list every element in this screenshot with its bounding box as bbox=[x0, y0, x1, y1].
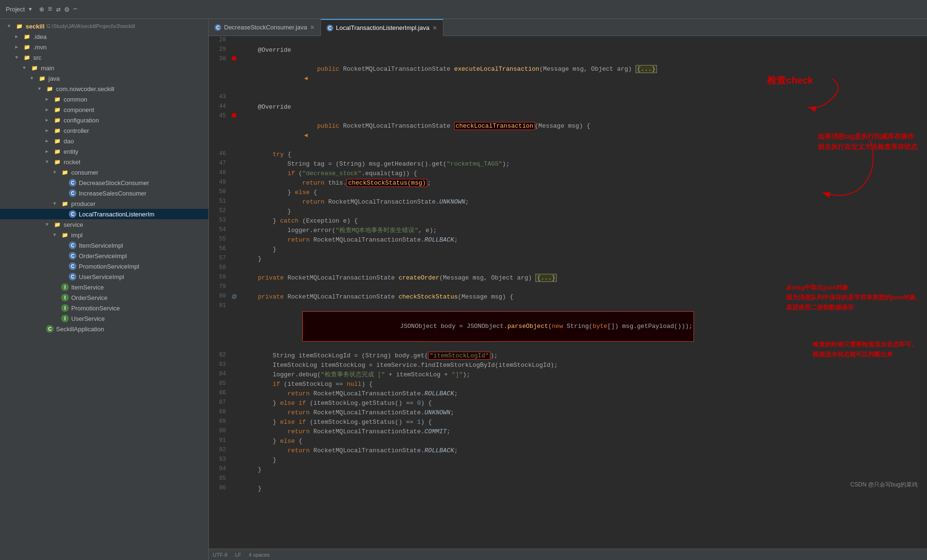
sidebar-item-mvn[interactable]: ▶ 📁 .mvn bbox=[0, 42, 208, 52]
table-row: 28 bbox=[209, 36, 927, 46]
toolbar-icon-2[interactable]: ≡ bbox=[48, 5, 53, 14]
folder-icon: 📁 bbox=[53, 137, 62, 145]
java-i-icon: I bbox=[61, 304, 69, 312]
expand-arrow: ▶ bbox=[15, 34, 23, 39]
sidebar-item-controller[interactable]: ▶ 📁 controller bbox=[0, 125, 208, 136]
toolbar-icon-3[interactable]: ⇄ bbox=[56, 5, 61, 14]
bottom-bar: UTF-8 LF 4 spaces bbox=[209, 549, 927, 560]
table-row: 59 private RocketMQLocalTransactionState… bbox=[209, 273, 927, 283]
sidebar-item-service[interactable]: ▼ 📁 service bbox=[0, 219, 208, 230]
java-c-icon: C bbox=[68, 252, 77, 260]
tab-localtransaction[interactable]: C LocalTransactionListenerImpl.java ✕ bbox=[321, 19, 443, 36]
expand-arrow: ▼ bbox=[38, 86, 46, 92]
expand-arrow: ▶ bbox=[15, 44, 23, 50]
table-row: 48 if ("decrease_stock".equals(tag)) { bbox=[209, 169, 927, 178]
exec-arrow2: ◄ bbox=[304, 132, 308, 139]
tab-icon: C bbox=[327, 24, 333, 32]
tab-bar: C DecreaseStockConsumer.java ✕ C LocalTr… bbox=[209, 19, 927, 36]
sidebar-item-orderserviceimpl[interactable]: C OrderServiceImpl bbox=[0, 251, 208, 261]
sidebar-item-itemserviceimpl[interactable]: C ItemServiceImpl bbox=[0, 240, 208, 251]
sidebar-item-orderservice[interactable]: I OrderService bbox=[0, 292, 208, 303]
table-row: 88 return RocketMQLocalTransactionState.… bbox=[209, 408, 927, 418]
sidebar-item-userserviceimpl[interactable]: C UserServiceImpl bbox=[0, 271, 208, 282]
sidebar-item-component[interactable]: ▶ 📁 component bbox=[0, 104, 208, 115]
table-row: 91 } else { bbox=[209, 437, 927, 446]
folder-icon: 📁 bbox=[23, 43, 31, 51]
sidebar-item-seckill[interactable]: ▼ 📁 seckill G:\Study\JAVA\seckillProject… bbox=[0, 21, 208, 31]
folder-icon: 📁 bbox=[53, 116, 62, 124]
sidebar-item-configuration[interactable]: ▶ 📁 configuration bbox=[0, 115, 208, 125]
table-row: 53 } catch (Exception e) { bbox=[209, 216, 927, 226]
editor-wrapper: C DecreaseStockConsumer.java ✕ C LocalTr… bbox=[209, 19, 927, 560]
java-c-icon: C bbox=[68, 241, 77, 250]
table-row: 86 return RocketMQLocalTransactionState.… bbox=[209, 389, 927, 399]
expand-arrow: ▼ bbox=[53, 201, 61, 206]
sidebar-item-promotionserviceimpl[interactable]: C PromotionServiceImpl bbox=[0, 261, 208, 271]
toolbar-icon-1[interactable]: ⊕ bbox=[39, 5, 44, 14]
java-c-icon: C bbox=[68, 262, 77, 271]
folder-icon: 📁 bbox=[23, 32, 31, 41]
breakpoint-icon bbox=[232, 56, 236, 61]
sidebar-item-main[interactable]: ▼ 📁 main bbox=[0, 63, 208, 73]
annotation-json: 从msg中取出json对象 因为消息队列中保存的是字符串类型的json对象, 底… bbox=[786, 283, 918, 312]
sidebar-item-userservice[interactable]: I UserService bbox=[0, 313, 208, 324]
table-row: 90 return RocketMQLocalTransactionState.… bbox=[209, 427, 927, 437]
editor-content[interactable]: 28 29 @Override 30 bbox=[209, 36, 927, 549]
breakpoint-icon bbox=[232, 113, 236, 118]
sidebar-item-rocket[interactable]: ▼ 📁 rocket bbox=[0, 157, 208, 167]
sidebar-item-localtransaction[interactable]: C LocalTransactionListenerIm bbox=[0, 209, 208, 219]
expand-arrow: ▶ bbox=[46, 117, 53, 123]
expand-arrow: ▼ bbox=[23, 65, 30, 71]
table-row: 52 } bbox=[209, 207, 927, 216]
tab-close-btn[interactable]: ✕ bbox=[432, 25, 437, 31]
java-c-icon: C bbox=[68, 178, 77, 187]
code-table: 28 29 @Override 30 bbox=[209, 36, 927, 494]
java-i-icon: I bbox=[61, 283, 69, 291]
expand-arrow: ▼ bbox=[30, 76, 38, 81]
table-row: 49 return this.checkStockStatus(msg); bbox=[209, 178, 927, 188]
expand-arrow: ▼ bbox=[46, 159, 53, 165]
app-icon: C bbox=[46, 325, 54, 333]
sidebar-item-entity[interactable]: ▶ 📁 entity bbox=[0, 146, 208, 157]
folder-icon: 📁 bbox=[61, 231, 69, 239]
table-row: 89 } else if (itemStockLog.getStatus() =… bbox=[209, 418, 927, 427]
sidebar-item-seckillapp[interactable]: C SeckillApplication bbox=[0, 324, 208, 334]
folder-icon: 📁 bbox=[46, 84, 54, 93]
tab-icon: C bbox=[215, 24, 221, 31]
sidebar-item-java[interactable]: ▼ 📁 java bbox=[0, 73, 208, 84]
folder-icon: 📁 bbox=[53, 95, 62, 103]
exec-arrow: ◄ bbox=[304, 75, 308, 82]
toolbar-icon-5[interactable]: − bbox=[73, 5, 78, 14]
tab-decreasestock[interactable]: C DecreaseStockConsumer.java ✕ bbox=[209, 19, 321, 36]
tab-close-btn[interactable]: ✕ bbox=[310, 24, 315, 31]
folder-icon: 📁 bbox=[61, 168, 69, 177]
toolbar-icon-4[interactable]: ⚙ bbox=[65, 5, 69, 14]
sidebar-item-src[interactable]: ▼ 📁 src bbox=[0, 52, 208, 63]
sidebar-item-consumer[interactable]: ▼ 📁 consumer bbox=[0, 167, 208, 177]
sidebar-item-dao[interactable]: ▶ 📁 dao bbox=[0, 136, 208, 146]
java-c-icon: C bbox=[68, 210, 77, 218]
sidebar-item-promotionservice[interactable]: I PromotionService bbox=[0, 303, 208, 313]
sidebar-item-idea[interactable]: ▶ 📁 .idea bbox=[0, 31, 208, 42]
main-layout: ▼ 📁 seckill G:\Study\JAVA\seckillProject… bbox=[0, 19, 927, 560]
annotation-check: 检查check bbox=[767, 74, 813, 87]
table-row: 93 } bbox=[209, 456, 927, 465]
annotation-tag: 如果消息tag是执行扣减库存操作 就去执行自定义方法检查库存状态 bbox=[818, 131, 918, 152]
dropdown-arrow[interactable]: ▼ bbox=[28, 7, 32, 12]
sidebar-item-common[interactable]: ▶ 📁 common bbox=[0, 94, 208, 104]
bottom-info: UTF-8 bbox=[213, 552, 227, 558]
sidebar-item-producer[interactable]: ▼ 📁 producer bbox=[0, 198, 208, 209]
project-label: Project bbox=[6, 6, 25, 13]
sidebar-item-package[interactable]: ▼ 📁 com.nowcoder.seckill bbox=[0, 84, 208, 94]
table-row: 94 } bbox=[209, 465, 927, 475]
expand-arrow: ▶ bbox=[46, 128, 53, 133]
sidebar-item-itemservice[interactable]: I ItemService bbox=[0, 282, 208, 292]
folder-icon: 📁 bbox=[53, 105, 62, 114]
sidebar-item-impl[interactable]: ▼ 📁 impl bbox=[0, 230, 208, 240]
table-row: 51 return RocketMQLocalTransactionState.… bbox=[209, 197, 927, 207]
sidebar-item-increasesales[interactable]: C IncreaseSalesConsumer bbox=[0, 188, 208, 198]
table-row: 30 public RocketMQLocalTransactionState … bbox=[209, 55, 927, 93]
sidebar-item-decreasestock[interactable]: C DecreaseStockConsumer bbox=[0, 177, 208, 188]
folder-icon: 📁 bbox=[53, 158, 62, 166]
java-c-icon: C bbox=[68, 272, 77, 281]
